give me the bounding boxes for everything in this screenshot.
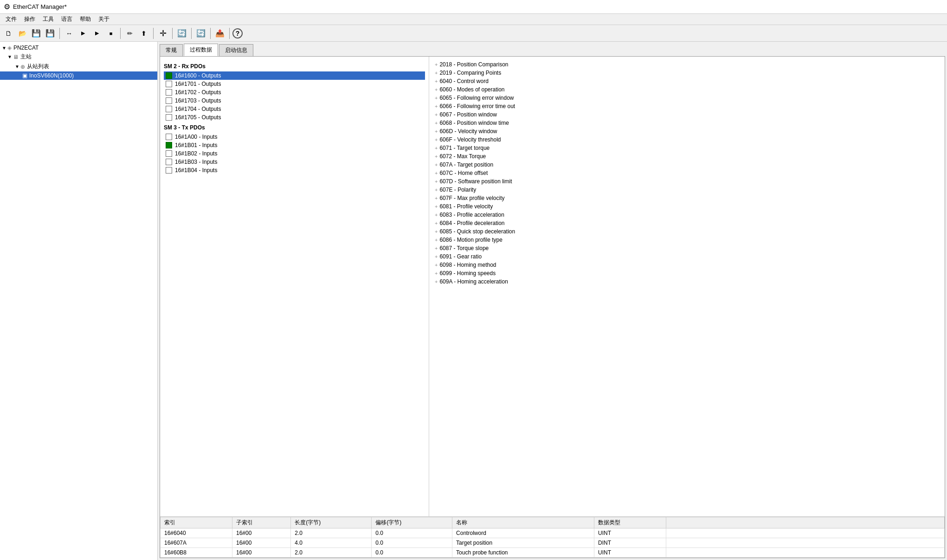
pdo-rx-1705[interactable]: 16#1705 - Outputs [164,113,425,122]
saveas-button[interactable]: 💾 [44,27,57,40]
object-item-15[interactable]: +607E - Polarity [433,186,945,194]
menu-item-操作[interactable]: 操作 [20,14,39,24]
object-item-21[interactable]: +6086 - Motion profile type [433,236,945,244]
object-item-9[interactable]: +606F - Velocity threshold [433,135,945,144]
objects-scroll[interactable]: +2018 - Position Comparison+2019 - Compa… [429,57,945,516]
object-item-24[interactable]: +6098 - Homing method [433,261,945,269]
target-button[interactable]: ✛ [156,27,169,40]
upload-button[interactable]: ⬆ [137,27,150,40]
expand-icon-master[interactable]: ▼ [7,54,12,59]
tree-item-pn2ecat[interactable]: ▼ ◈ PN2ECAT [0,44,157,52]
refresh2-button[interactable]: 🔄 [194,27,207,40]
object-item-2[interactable]: +6040 - Control word [433,77,945,85]
menu-item-关于[interactable]: 关于 [95,14,113,24]
object-item-18[interactable]: +6083 - Profile acceleration [433,211,945,219]
pdo-rx-1701[interactable]: 16#1701 - Outputs [164,80,425,88]
menu-item-工具[interactable]: 工具 [39,14,58,24]
object-item-6[interactable]: +6067 - Position window [433,110,945,119]
pdo-checkbox-1a00[interactable] [166,134,172,140]
tree-item-master[interactable]: ▼ 🖥 主站 [0,52,157,62]
object-item-14[interactable]: +607D - Software position limit [433,177,945,186]
pdo-tx-1b04[interactable]: 16#1B04 - Inputs [164,166,425,174]
tree-item-device[interactable]: ▣ InoSV660N(1000) [0,71,157,80]
open-button[interactable]: 📂 [16,27,29,40]
tab-process[interactable]: 过程数据 [184,44,218,56]
main-layout: ▼ ◈ PN2ECAT ▼ 🖥 主站 ▼ ⊕ 从站列表 ▣ InoSV660N(… [0,42,947,560]
object-item-26[interactable]: +609A - Homing acceleration [433,277,945,286]
expand-icon-slaves[interactable]: ▼ [15,64,19,69]
new-button[interactable]: 🗋 [2,27,15,40]
pdo-tx-1b01[interactable]: 16#1B01 - Inputs [164,141,425,149]
object-item-20[interactable]: +6085 - Quick stop deceleration [433,227,945,236]
cell-name: Touch probe function [452,548,594,558]
col-extra [666,517,945,528]
pdo-checkbox-1702[interactable] [166,89,172,96]
pdo-checkbox-1b03[interactable] [166,159,172,165]
object-item-25[interactable]: +6099 - Homing speeds [433,269,945,277]
tab-general[interactable]: 常规 [160,44,183,56]
plus-icon: + [435,270,438,276]
object-item-17[interactable]: +6081 - Profile velocity [433,202,945,211]
pdo-rx-1703[interactable]: 16#1703 - Outputs [164,97,425,105]
object-item-22[interactable]: +6087 - Torque slope [433,244,945,252]
object-item-23[interactable]: +6091 - Gear ratio [433,252,945,261]
menu-item-语言[interactable]: 语言 [58,14,76,24]
pdo-tx-1b02[interactable]: 16#1B02 - Inputs [164,149,425,158]
object-item-13[interactable]: +607C - Home offset [433,169,945,177]
table-row[interactable]: 16#6040 16#00 2.0 0.0 Controlword UINT [161,528,945,538]
object-item-8[interactable]: +606D - Velocity window [433,127,945,135]
edit-button[interactable]: ✏ [123,27,136,40]
col-index: 索引 [161,517,232,528]
object-item-12[interactable]: +607A - Target position [433,161,945,169]
stop-button[interactable]: ■ [104,27,117,40]
pdo-label-1703: 16#1703 - Outputs [175,97,221,104]
menu-item-文件[interactable]: 文件 [2,14,20,24]
object-item-10[interactable]: +6071 - Target torque [433,144,945,152]
object-item-3[interactable]: +6060 - Modes of operation [433,85,945,94]
cell-index: 16#60B8 [161,548,232,558]
bottom-table: 索引 子索引 长度(字节) 偏移(字节) 名称 数据类型 16#6040 16#… [160,516,945,558]
cell-index: 16#6040 [161,528,232,538]
pdo-tx-1b03[interactable]: 16#1B03 - Inputs [164,158,425,166]
object-item-16[interactable]: +607F - Max profile velocity [433,194,945,202]
refresh1-button[interactable]: 🔄 [175,27,188,40]
pdo-checkbox-1703[interactable] [166,97,172,104]
pdo-checkbox-1705[interactable] [166,114,172,121]
pdo-tx-1a00[interactable]: 16#1A00 - Inputs [164,133,425,141]
sep2 [120,28,121,39]
pdo-checkbox-1701[interactable] [166,81,172,87]
tree-label-pn2ecat: PN2ECAT [13,45,39,51]
menu-item-帮助[interactable]: 帮助 [76,14,95,24]
col-subindex: 子索引 [232,517,290,528]
cell-length: 2.0 [291,528,372,538]
save-button[interactable]: 💾 [30,27,43,40]
pdo-rx-1704[interactable]: 16#1704 - Outputs [164,105,425,113]
app-title: EtherCAT Manager* [13,3,67,10]
play2-button[interactable]: ▶ [90,27,103,40]
pdo-rx-1702[interactable]: 16#1702 - Outputs [164,88,425,97]
cell-extra [666,538,945,548]
table-row[interactable]: 16#60B8 16#00 2.0 0.0 Touch probe functi… [161,548,945,558]
pdo-checkbox-1b01[interactable] [166,142,172,148]
pdo-checkbox-1b02[interactable] [166,150,172,157]
object-item-19[interactable]: +6084 - Profile deceleration [433,219,945,227]
object-item-1[interactable]: +2019 - Comparing Points [433,69,945,77]
export-button[interactable]: 📤 [213,27,226,40]
help-button[interactable]: ? [232,28,243,39]
object-item-11[interactable]: +6072 - Max Torque [433,152,945,161]
tab-startup[interactable]: 启动信息 [219,44,253,56]
pdo-checkbox-1b04[interactable] [166,167,172,174]
play-button[interactable]: ▶ [77,27,90,40]
pdo-rx-1600[interactable]: 16#1600 - Outputs [164,71,425,80]
plus-icon: + [435,103,438,109]
object-item-4[interactable]: +6065 - Following error window [433,94,945,102]
object-item-7[interactable]: +6068 - Position window time [433,119,945,127]
pdo-checkbox-1600[interactable] [166,72,172,79]
table-row[interactable]: 16#607A 16#00 4.0 0.0 Target position DI… [161,538,945,548]
object-item-0[interactable]: +2018 - Position Comparison [433,60,945,69]
object-item-5[interactable]: +6066 - Following error time out [433,102,945,110]
expand-icon[interactable]: ▼ [2,45,6,51]
tree-item-slaves[interactable]: ▼ ⊕ 从站列表 [0,62,157,71]
pdo-checkbox-1704[interactable] [166,106,172,112]
arrow-button[interactable]: ↔ [63,27,76,40]
